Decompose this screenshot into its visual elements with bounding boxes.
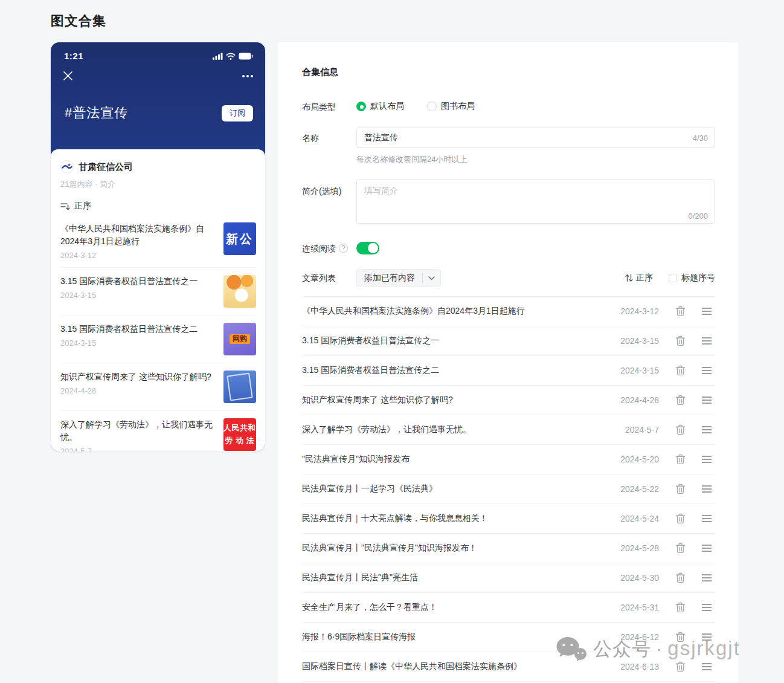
drag-handle-icon[interactable] xyxy=(702,574,712,581)
article-list: 《中华人民共和国档案法实施条例》自2024年3月1日起施行 2024-3-12 … xyxy=(302,296,715,682)
phone-body: 甘肃征信公司 21篇内容 · 简介 正序 《中华人民共和国档案法实施条例》自20… xyxy=(51,149,265,452)
phone-article-title: 3.15 国际消费者权益日普法宣传之二 xyxy=(60,323,217,335)
drag-handle-icon[interactable] xyxy=(702,515,712,522)
section-title: 合集信息 xyxy=(302,66,715,78)
delete-icon[interactable] xyxy=(675,454,686,465)
description-label: 简介(选填) xyxy=(302,180,356,197)
article-title: 国际档案日宣传丨解读《中华人民共和国档案法实施条例》 xyxy=(302,661,612,672)
article-list-header: 文章列表 添加已有内容 正序 标题序号 xyxy=(302,269,715,287)
description-char-counter: 0/200 xyxy=(688,212,708,221)
drag-handle-icon[interactable] xyxy=(702,426,712,433)
article-date: 2024-3-15 xyxy=(612,336,659,346)
phone-article-item[interactable]: 3.15 国际消费者权益日普法宣传之一 2024-3-15 xyxy=(60,268,256,316)
drag-handle-icon[interactable] xyxy=(702,633,712,641)
layout-radio-option[interactable]: 默认布局 xyxy=(356,101,404,112)
description-row: 简介(选填) 0/200 xyxy=(302,180,715,226)
checkbox-icon[interactable] xyxy=(669,274,677,282)
article-date: 2024-5-20 xyxy=(612,455,659,464)
delete-icon[interactable] xyxy=(675,572,686,583)
delete-icon[interactable] xyxy=(675,602,686,613)
article-date: 2024-4-28 xyxy=(612,395,659,405)
account-name: 甘肃征信公司 xyxy=(79,161,133,173)
drag-handle-icon[interactable] xyxy=(702,604,712,611)
article-date: 2024-5-7 xyxy=(612,425,659,435)
close-icon[interactable] xyxy=(63,71,73,81)
article-row: 3.15 国际消费者权益日普法宣传之二 2024-3-15 xyxy=(302,356,715,386)
list-sort-label: 正序 xyxy=(636,273,653,283)
phone-article-date: 2024-5-7 xyxy=(60,447,217,452)
list-sort-control[interactable]: 正序 xyxy=(625,273,653,283)
article-row: 民法典宣传月｜十大亮点解读，与你我息息相关！ 2024-5-24 xyxy=(302,504,715,534)
article-date: 2024-3-15 xyxy=(612,366,659,375)
chevron-down-icon[interactable] xyxy=(423,276,440,280)
phone-article-date: 2024-3-15 xyxy=(60,338,217,348)
article-title: 安全生产月来了，怎么干？看重点！ xyxy=(302,602,612,613)
article-row: 国际档案日宣传丨解读《中华人民共和国档案法实施条例》 2024-6-13 xyxy=(302,652,715,682)
phone-article-item[interactable]: 深入了解学习《劳动法》，让我们遇事无忧。 2024-5-7 人民共和 劳 动 法 xyxy=(60,411,256,452)
article-date: 2024-5-22 xyxy=(612,484,659,494)
article-row: 知识产权宣传周来了 这些知识你了解吗? 2024-4-28 xyxy=(302,386,715,415)
help-icon[interactable]: ? xyxy=(339,244,348,253)
phone-sort-control[interactable]: 正序 xyxy=(60,201,256,212)
delete-icon[interactable] xyxy=(675,661,686,672)
delete-icon[interactable] xyxy=(675,543,686,554)
phone-article-thumbnail xyxy=(223,371,256,403)
name-row: 名称 4/30 xyxy=(302,128,715,148)
article-title: 知识产权宣传周来了 这些知识你了解吗? xyxy=(302,395,612,406)
name-char-counter: 4/30 xyxy=(693,134,708,143)
phone-article-item[interactable]: 知识产权宣传周来了 这些知识你了解吗? 2024-4-28 xyxy=(60,363,256,411)
delete-icon[interactable] xyxy=(675,306,686,317)
drag-handle-icon[interactable] xyxy=(702,485,712,493)
article-row: 《中华人民共和国档案法实施条例》自2024年3月1日起施行 2024-3-12 xyxy=(302,297,715,326)
article-row: "民法典宣传月"知识海报发布 2024-5-20 xyxy=(302,445,715,474)
add-content-button[interactable]: 添加已有内容 xyxy=(356,269,441,287)
phone-article-thumbnail xyxy=(223,275,256,308)
subscribe-button[interactable]: 订阅 xyxy=(222,105,253,121)
layout-radio-option[interactable]: 图书布局 xyxy=(427,101,475,112)
more-icon[interactable] xyxy=(242,75,253,77)
article-title: 深入了解学习《劳动法》，让我们遇事无忧。 xyxy=(302,424,612,435)
drag-handle-icon[interactable] xyxy=(702,337,712,345)
drag-handle-icon[interactable] xyxy=(702,397,712,404)
article-date: 2024-5-30 xyxy=(612,573,659,583)
name-input[interactable] xyxy=(356,128,715,148)
account-row[interactable]: 甘肃征信公司 xyxy=(60,160,256,173)
drag-handle-icon[interactable] xyxy=(702,456,712,463)
article-date: 2024-5-31 xyxy=(612,603,659,612)
continuous-reading-toggle[interactable] xyxy=(356,242,379,254)
page-title: 图文合集 xyxy=(51,12,106,30)
delete-icon[interactable] xyxy=(675,513,686,524)
title-numbering-control[interactable]: 标题序号 xyxy=(669,273,715,283)
delete-icon[interactable] xyxy=(675,335,686,346)
sort-arrows-icon xyxy=(625,274,633,282)
delete-icon[interactable] xyxy=(675,395,686,406)
phone-article-item[interactable]: 3.15 国际消费者权益日普法宣传之二 2024-3-15 网购 xyxy=(60,316,256,363)
phone-article-text: 3.15 国际消费者权益日普法宣传之一 2024-3-15 xyxy=(60,275,217,300)
drag-handle-icon[interactable] xyxy=(702,367,712,374)
phone-article-item[interactable]: 《中华人民共和国档案法实施条例》自2024年3月1日起施行 2024-3-12 … xyxy=(60,215,256,268)
continuous-reading-row: 连续阅读 ? xyxy=(302,242,715,254)
delete-icon[interactable] xyxy=(675,365,686,376)
article-row: 民法典宣传月丨一起学习《民法典》 2024-5-22 xyxy=(302,474,715,504)
article-list-label: 文章列表 xyxy=(302,272,356,284)
phone-article-title: 3.15 国际消费者权益日普法宣传之一 xyxy=(60,275,217,288)
delete-icon[interactable] xyxy=(675,632,686,643)
drag-handle-icon[interactable] xyxy=(702,308,712,315)
delete-icon[interactable] xyxy=(675,424,686,435)
delete-icon[interactable] xyxy=(675,484,686,494)
article-row: 民法典宣传月丨"民法典宣传月"知识海报发布！ 2024-5-28 xyxy=(302,534,715,563)
phone-article-list: 《中华人民共和国档案法实施条例》自2024年3月1日起施行 2024-3-12 … xyxy=(60,215,256,452)
name-label: 名称 xyxy=(302,128,356,148)
phone-status-bar: 1:21 xyxy=(51,42,265,61)
phone-title-row: #普法宣传 订阅 xyxy=(51,104,265,122)
description-textarea[interactable] xyxy=(356,180,715,224)
drag-handle-icon[interactable] xyxy=(702,545,712,552)
phone-article-thumbnail: 新公 xyxy=(223,222,256,255)
article-date: 2024-3-12 xyxy=(612,306,659,316)
radio-label: 默认布局 xyxy=(370,101,404,112)
drag-handle-icon[interactable] xyxy=(702,663,712,670)
phone-article-text: 深入了解学习《劳动法》，让我们遇事无忧。 2024-5-7 xyxy=(60,418,217,452)
phone-article-date: 2024-4-28 xyxy=(60,386,217,395)
article-row: 深入了解学习《劳动法》，让我们遇事无忧。 2024-5-7 xyxy=(302,415,715,445)
continuous-reading-label: 连续阅读 xyxy=(302,242,336,254)
